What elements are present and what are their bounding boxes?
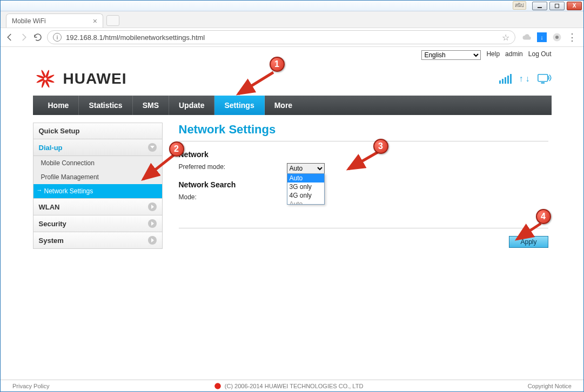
data-arrows-icon: ↑↓ <box>519 74 530 84</box>
sidebar: Quick Setup Dial-up Mobile Connection Pr… <box>33 123 163 249</box>
divider <box>179 141 548 141</box>
annotation-arrow-1 <box>233 70 276 97</box>
nav-sms[interactable]: SMS <box>133 96 169 115</box>
annotation-badge-4: 4 <box>536 209 551 224</box>
browser-toolbar: i 192.168.8.1/html/mobilenetworksettings… <box>1 28 583 47</box>
annotation-arrow-2 <box>139 152 177 183</box>
chevron-right-icon <box>148 202 157 211</box>
wifi-monitor-icon <box>538 72 552 86</box>
option-4g-only[interactable]: 4G only <box>287 191 324 200</box>
preferred-mode-open-list: Auto 3G only 4G only Auto <box>287 173 325 205</box>
nav-settings[interactable]: Settings <box>214 96 264 115</box>
chevron-down-icon <box>148 143 157 152</box>
content-pane: Network Settings Network Preferred mode:… <box>179 123 552 249</box>
footer-privacy[interactable]: Privacy Policy <box>12 383 49 389</box>
svg-line-4 <box>238 72 273 94</box>
preferred-mode-label: Preferred mode: <box>179 163 287 171</box>
site-info-icon[interactable]: i <box>53 33 62 42</box>
reload-button[interactable] <box>33 32 43 42</box>
section-network-search-heading: Network Search <box>179 180 548 189</box>
chevron-right-icon <box>148 236 157 245</box>
nav-home[interactable]: Home <box>38 96 79 115</box>
svg-point-1 <box>555 36 559 39</box>
os-close-button[interactable]: X <box>567 2 582 10</box>
huawei-mini-icon <box>214 382 221 390</box>
address-bar[interactable]: i 192.168.8.1/html/mobilenetworksettings… <box>47 30 515 44</box>
sidebar-security[interactable]: Security <box>33 215 163 232</box>
os-maximize-button[interactable] <box>549 2 565 10</box>
svg-line-6 <box>348 152 378 169</box>
bookmark-star-icon[interactable]: ☆ <box>502 32 509 43</box>
huawei-flower-icon <box>33 66 58 91</box>
sidebar-quick-setup[interactable]: Quick Setup <box>33 123 163 139</box>
brand-text: HUAWEI <box>63 70 127 87</box>
cloud-ext-icon[interactable] <box>522 32 532 42</box>
option-3g-only[interactable]: 3G only <box>287 183 324 191</box>
tab-close-icon[interactable]: × <box>93 17 97 25</box>
svg-line-7 <box>517 224 541 239</box>
logout-link[interactable]: Log Out <box>528 50 552 58</box>
annotation-arrow-3 <box>345 150 381 172</box>
footer: Privacy Policy (C) 2006-2014 HUAWEI TECH… <box>1 380 583 391</box>
svg-rect-3 <box>541 82 545 83</box>
snip-label: สนิป <box>513 1 526 10</box>
annotation-badge-2: 2 <box>169 141 184 157</box>
brand-row: HUAWEI ↑↓ <box>33 65 552 92</box>
url-text: 192.168.8.1/html/mobilenetworksettings.h… <box>66 33 205 42</box>
annotation-arrow-4 <box>514 221 544 242</box>
option-hidden[interactable]: Auto <box>287 200 324 204</box>
main-nav: Home Statistics SMS Update Settings More <box>33 96 552 115</box>
os-titlebar: สนิป X <box>1 1 583 11</box>
sidebar-system[interactable]: System <box>33 232 163 249</box>
extension-icons: ↓ ⋮ <box>520 32 579 42</box>
sidebar-wlan[interactable]: WLAN <box>33 198 163 215</box>
nav-statistics[interactable]: Statistics <box>79 96 132 115</box>
browser-tabstrip: Mobile WiFi × <box>1 11 583 28</box>
status-icons: ↑↓ <box>499 71 552 87</box>
help-link[interactable]: Help <box>486 50 500 58</box>
preferred-mode-select[interactable]: Auto <box>287 163 325 174</box>
download-ext-icon[interactable]: ↓ <box>537 32 547 42</box>
sidebar-network-settings[interactable]: Network Settings <box>33 184 163 198</box>
page-header-links: English Help admin Log Out <box>33 50 552 62</box>
os-minimize-button[interactable] <box>532 2 547 10</box>
svg-rect-2 <box>538 74 547 81</box>
annotation-badge-3: 3 <box>373 139 388 154</box>
sidebar-item-label: Dial-up <box>39 144 63 152</box>
option-auto[interactable]: Auto <box>287 174 324 183</box>
chevron-right-icon <box>148 219 157 228</box>
page-viewport: English Help admin Log Out <box>1 47 583 391</box>
new-tab-button[interactable] <box>106 15 119 26</box>
footer-copyright: (C) 2006-2014 HUAWEI TECHNOLOGIES CO., L… <box>225 383 364 389</box>
browser-tab[interactable]: Mobile WiFi × <box>6 13 103 28</box>
language-select[interactable]: English <box>421 50 481 60</box>
browser-tab-title: Mobile WiFi <box>12 17 46 25</box>
wappalyzer-ext-icon[interactable] <box>552 32 562 42</box>
page-title: Network Settings <box>179 123 548 137</box>
sidebar-item-label: WLAN <box>39 203 60 211</box>
sidebar-item-label: System <box>39 236 64 245</box>
back-button[interactable] <box>5 32 15 42</box>
nav-more[interactable]: More <box>265 96 302 115</box>
browser-menu-icon[interactable]: ⋮ <box>567 32 577 42</box>
nav-update[interactable]: Update <box>169 96 214 115</box>
svg-line-5 <box>143 155 174 179</box>
forward-button <box>19 32 29 42</box>
annotation-badge-1: 1 <box>270 57 285 72</box>
sidebar-item-label: Security <box>39 220 66 228</box>
sidebar-item-label: Quick Setup <box>39 127 80 135</box>
svg-point-8 <box>214 383 221 389</box>
footer-notice[interactable]: Copyright Notice <box>528 383 572 389</box>
signal-bars-icon <box>499 74 512 84</box>
admin-link[interactable]: admin <box>505 50 523 58</box>
mode-label: Mode: <box>179 193 287 201</box>
brand-logo: HUAWEI <box>33 66 127 91</box>
